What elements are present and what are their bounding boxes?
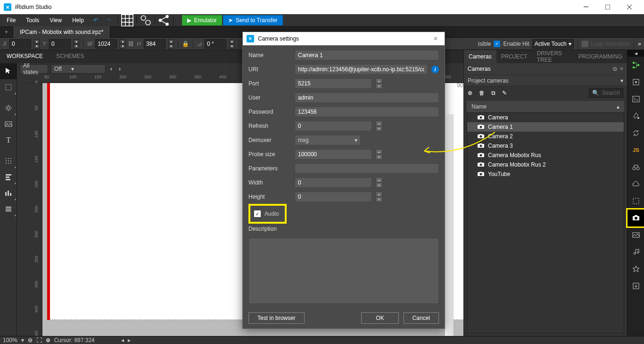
tree-icon[interactable] [627, 57, 644, 74]
w-input[interactable] [95, 39, 117, 49]
redo-icon[interactable]: ↷ [103, 14, 115, 26]
refresh-field[interactable] [295, 121, 372, 131]
paint-icon[interactable] [627, 108, 644, 125]
password-field[interactable] [295, 107, 439, 117]
camera-item[interactable]: Camera Mobotix Rus 2 [467, 160, 624, 169]
minimize-button[interactable] [575, 0, 597, 14]
state-off-combo[interactable]: Off▾ [51, 64, 106, 74]
dialog-close-button[interactable]: ✕ [430, 35, 441, 42]
cancel-button[interactable]: Cancel [404, 312, 439, 324]
list-header[interactable]: Name▴ [467, 101, 624, 112]
tab-drivers[interactable]: DRIVERS TREE [532, 50, 574, 63]
scroll-left-icon[interactable]: ◂ [121, 337, 124, 344]
emulator-button[interactable]: ▶Emulator [182, 15, 222, 25]
y-input[interactable] [49, 39, 71, 49]
x-input[interactable] [9, 39, 31, 49]
menu-help[interactable]: Help [67, 15, 89, 25]
grid-tool[interactable] [0, 153, 17, 169]
duplicate-icon[interactable]: ⧉ [491, 90, 495, 96]
demuxer-combo[interactable]: mxg▾ [295, 135, 361, 145]
new-tab-button[interactable]: + [0, 26, 13, 38]
document-tab[interactable]: IPCam - Mobotix with sound.irpz* [13, 26, 110, 38]
name-field[interactable] [295, 50, 439, 60]
w-spinner[interactable]: ▲▼ [120, 39, 125, 49]
text-tool[interactable]: T [0, 132, 17, 148]
align-tool[interactable] [0, 169, 17, 185]
user-field[interactable] [295, 92, 439, 103]
angle-input[interactable] [205, 39, 226, 49]
angle-spinner[interactable]: ▲▼ [229, 39, 235, 49]
port-field[interactable] [295, 78, 372, 89]
description-textarea[interactable] [248, 238, 439, 304]
tab-project[interactable]: PROJECT [496, 50, 532, 63]
image-tool[interactable] [0, 116, 17, 132]
zoom-fit-icon[interactable]: ⛶ [36, 337, 42, 344]
probe-spinner[interactable]: ▲▼ [376, 149, 382, 159]
width-field[interactable] [295, 177, 372, 188]
camera-icon[interactable] [627, 210, 644, 227]
menu-view[interactable]: View [45, 15, 66, 25]
console-icon[interactable] [627, 91, 644, 108]
gear-tool[interactable] [0, 100, 17, 116]
lock-icon[interactable]: 🔒 [182, 41, 189, 47]
audio-checkbox[interactable]: ✓ [254, 210, 261, 217]
camera-item[interactable]: Camera 2 [467, 132, 624, 141]
target-icon[interactable] [627, 74, 644, 91]
camera-item[interactable]: Camera 3 [467, 141, 624, 151]
next-state[interactable]: › [117, 66, 123, 72]
star-icon[interactable] [627, 260, 644, 277]
camera-item[interactable]: Camera [467, 113, 624, 122]
layers-tool[interactable] [0, 201, 17, 217]
collapse-icon[interactable]: ◂ [627, 50, 644, 57]
undo-icon[interactable]: ↶ [90, 14, 102, 26]
h-input[interactable] [144, 39, 165, 49]
camera-item[interactable]: Camera 1 [467, 122, 624, 132]
ok-button[interactable]: OK [361, 312, 398, 324]
info-icon[interactable]: i [431, 66, 439, 73]
marquee-tool[interactable] [0, 79, 17, 95]
prev-state[interactable]: ‹ [108, 66, 114, 72]
edit-icon[interactable]: ✎ [502, 90, 507, 96]
snap-icon[interactable] [140, 14, 152, 26]
popout-icon[interactable]: ⧉ [613, 66, 617, 72]
grid-icon[interactable] [121, 14, 133, 26]
height-field[interactable] [295, 192, 372, 202]
touch-combo[interactable]: Active Touch▾ [532, 39, 574, 49]
select-tool[interactable] [0, 63, 17, 79]
distribute-tool[interactable] [0, 185, 17, 201]
uri-field[interactable] [295, 64, 428, 75]
add-icon[interactable]: ⊕ [468, 90, 472, 96]
close-button[interactable] [619, 0, 640, 14]
more-icon[interactable]: » [638, 41, 641, 47]
delete-icon[interactable]: 🗑 [479, 90, 485, 96]
js-icon[interactable]: JS [627, 142, 644, 159]
maximize-button[interactable] [597, 0, 619, 14]
enable-hit-checkbox[interactable]: ✓ [494, 41, 500, 47]
share-icon[interactable] [158, 14, 170, 26]
search-input[interactable]: 🔍 Search [589, 88, 623, 98]
tab-workspace[interactable]: WORKSPACE [0, 50, 50, 63]
link-icon[interactable]: ⛓ [128, 41, 134, 47]
loop-checkbox[interactable] [582, 41, 588, 47]
export-icon[interactable] [627, 277, 644, 294]
width-spinner[interactable]: ▲▼ [376, 177, 382, 188]
params-field[interactable] [295, 163, 439, 174]
devices-icon[interactable] [627, 159, 644, 176]
menu-file[interactable]: File [2, 15, 20, 25]
h-spinner[interactable]: ▲▼ [168, 39, 174, 49]
close-panel-icon[interactable]: × [620, 66, 623, 72]
zoom-out-icon[interactable]: ⊖ [28, 337, 33, 344]
cloud-icon[interactable] [627, 176, 644, 193]
test-browser-button[interactable]: Test in browser [248, 312, 305, 324]
menu-tools[interactable]: Tools [21, 15, 44, 25]
gallery-icon[interactable] [627, 227, 644, 243]
refresh-spinner[interactable]: ▲▼ [376, 121, 382, 131]
send-button[interactable]: ➤Send to Transfer [223, 15, 283, 25]
camera-item[interactable]: Camera Mobotix Rus [467, 151, 624, 160]
music-icon[interactable] [627, 243, 644, 260]
height-spinner[interactable]: ▲▼ [376, 192, 382, 202]
x-spinner[interactable]: ▲▼ [34, 39, 40, 49]
tab-programming[interactable]: PROGRAMMING [574, 50, 627, 63]
tab-cameras[interactable]: Cameras [464, 50, 496, 63]
chevron-down-icon[interactable]: ▾ [21, 337, 24, 344]
